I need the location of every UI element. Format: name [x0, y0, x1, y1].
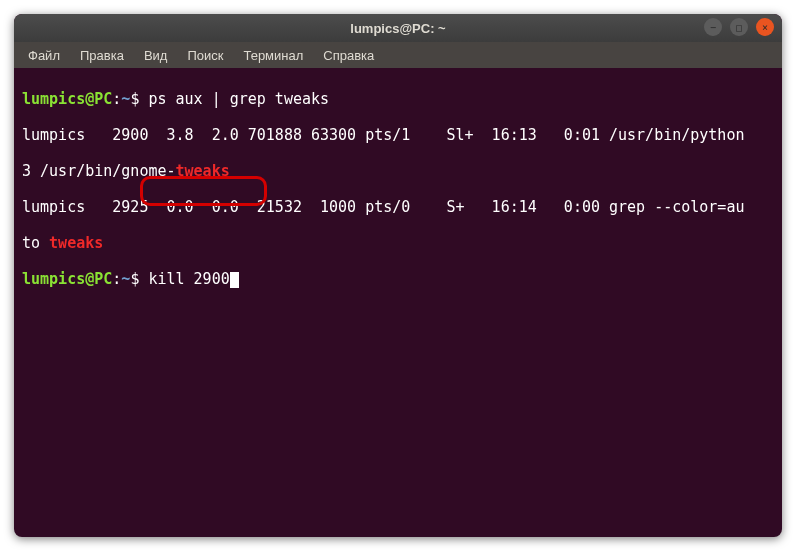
menu-edit[interactable]: Правка: [72, 45, 132, 66]
menubar: Файл Правка Вид Поиск Терминал Справка: [14, 42, 782, 68]
maximize-button[interactable]: □: [730, 18, 748, 36]
terminal-body[interactable]: lumpics@PC:~$ ps aux | grep tweaks lumpi…: [14, 68, 782, 328]
terminal-line-1: lumpics@PC:~$ ps aux | grep tweaks: [22, 90, 774, 108]
command-1: ps aux | grep tweaks: [139, 90, 329, 108]
menu-terminal[interactable]: Терминал: [235, 45, 311, 66]
command-2: kill 2900: [139, 270, 229, 288]
close-button[interactable]: ×: [756, 18, 774, 36]
minimize-button[interactable]: −: [704, 18, 722, 36]
grep-match: tweaks: [176, 162, 230, 180]
grep-match: tweaks: [49, 234, 103, 252]
terminal-output-2: 3 /usr/bin/gnome-tweaks: [22, 162, 774, 180]
terminal-output-4: to tweaks: [22, 234, 774, 252]
menu-help[interactable]: Справка: [315, 45, 382, 66]
window-controls: − □ ×: [704, 18, 774, 36]
menu-search[interactable]: Поиск: [179, 45, 231, 66]
window-title: lumpics@PC: ~: [350, 21, 445, 36]
menu-file[interactable]: Файл: [20, 45, 68, 66]
prompt-userhost: lumpics@PC: [22, 270, 112, 288]
terminal-output-3: lumpics 2925 0.0 0.0 21532 1000 pts/0 S+…: [22, 198, 774, 216]
terminal-line-current: lumpics@PC:~$ kill 2900: [22, 270, 774, 288]
terminal-window: lumpics@PC: ~ − □ × Файл Правка Вид Поис…: [14, 14, 782, 537]
titlebar[interactable]: lumpics@PC: ~ − □ ×: [14, 14, 782, 42]
terminal-output-1: lumpics 2900 3.8 2.0 701888 63300 pts/1 …: [22, 126, 774, 144]
prompt-userhost: lumpics@PC: [22, 90, 112, 108]
menu-view[interactable]: Вид: [136, 45, 176, 66]
cursor: [230, 272, 239, 288]
